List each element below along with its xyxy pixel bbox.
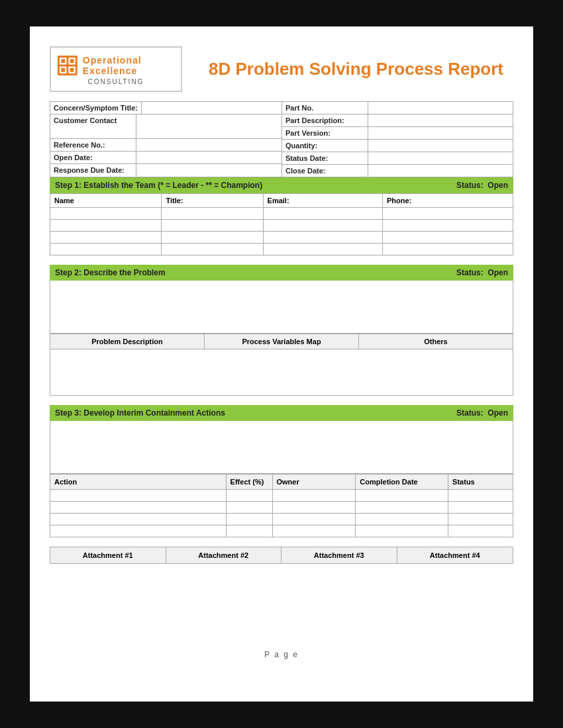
info-left: Concern/Symptom Title: Customer Contact … bbox=[50, 102, 282, 177]
info-row-partno: Part No. bbox=[282, 102, 513, 114]
attachment-1: Attachment #1 bbox=[50, 547, 166, 563]
step1-title: Step 1: Establish the Team (* = Leader -… bbox=[55, 181, 262, 190]
info-row-partdesc: Part Description: bbox=[282, 114, 513, 127]
info-row-partver: Part Version: bbox=[282, 127, 513, 140]
info-row-statusdate: Status Date: bbox=[282, 152, 513, 165]
partno-label: Part No. bbox=[282, 102, 368, 114]
team-table-header: Name Title: Email: Phone: bbox=[50, 194, 513, 208]
col-owner: Owner bbox=[272, 475, 356, 490]
step2-header: Step 2: Describe the Problem Status: Ope… bbox=[50, 265, 513, 281]
concern-label: Concern/Symptom Title: bbox=[50, 102, 142, 114]
svg-rect-7 bbox=[61, 68, 65, 72]
col-title: Title: bbox=[162, 194, 263, 208]
col-status: Status bbox=[448, 475, 513, 490]
step1-header: Step 1: Establish the Team (* = Leader -… bbox=[50, 177, 513, 193]
step3-header: Step 3: Develop Interim Containment Acti… bbox=[50, 405, 513, 421]
response-label: Response Due Date: bbox=[50, 164, 136, 176]
gap bbox=[50, 537, 513, 547]
action-table: Action Effect (%) Owner Completion Date … bbox=[50, 474, 513, 537]
step2-status: Status: Open bbox=[456, 268, 508, 277]
step2-tool-row: Problem Description Process Variables Ma… bbox=[50, 334, 513, 349]
svg-rect-8 bbox=[70, 68, 74, 72]
col-action: Action bbox=[50, 475, 227, 490]
attachment-2: Attachment #2 bbox=[166, 547, 282, 563]
table-row bbox=[50, 502, 513, 514]
partno-value bbox=[368, 102, 513, 114]
qty-value bbox=[368, 140, 513, 152]
col-name: Name bbox=[50, 194, 162, 208]
table-row bbox=[50, 514, 513, 525]
step2-attachments-area bbox=[50, 349, 513, 396]
attachment-row: Attachment #1 Attachment #2 Attachment #… bbox=[50, 547, 513, 564]
step2-section: Step 2: Describe the Problem Status: Ope… bbox=[50, 265, 513, 396]
partdesc-value bbox=[368, 114, 513, 126]
col-email: Email: bbox=[263, 194, 382, 208]
step3-content bbox=[50, 421, 513, 474]
partver-label: Part Version: bbox=[282, 127, 368, 139]
qty-label: Quantity: bbox=[282, 140, 368, 152]
table-row bbox=[50, 208, 513, 220]
table-row bbox=[50, 232, 513, 244]
response-value bbox=[136, 164, 282, 176]
open-label: Open Date: bbox=[50, 152, 136, 163]
report-title: 8D Problem Solving Process Report bbox=[209, 59, 503, 79]
ref-value bbox=[136, 139, 282, 151]
attachment-3: Attachment #3 bbox=[282, 547, 397, 563]
ref-label: Reference No.: bbox=[50, 139, 136, 151]
footer-text: P a g e bbox=[264, 650, 299, 659]
table-row bbox=[50, 220, 513, 232]
statusdate-value bbox=[368, 152, 513, 164]
concern-value bbox=[142, 102, 282, 114]
logo-consulting: CONSULTING bbox=[88, 78, 144, 85]
step3-title: Step 3: Develop Interim Containment Acti… bbox=[55, 408, 225, 418]
tool-problem-desc: Problem Description bbox=[50, 334, 205, 349]
info-row-customer: Customer Contact bbox=[50, 114, 282, 139]
page-container: Operational Excellence CONSULTING 8D Pro… bbox=[30, 26, 533, 702]
closedate-value bbox=[368, 165, 513, 177]
info-grid: Concern/Symptom Title: Customer Contact … bbox=[50, 101, 513, 177]
closedate-label: Close Date: bbox=[282, 165, 368, 177]
action-table-header: Action Effect (%) Owner Completion Date … bbox=[50, 475, 513, 490]
table-row bbox=[50, 490, 513, 502]
attachment-4: Attachment #4 bbox=[397, 547, 513, 563]
info-row-qty: Quantity: bbox=[282, 140, 513, 152]
step2-content bbox=[50, 281, 513, 334]
step3-section: Step 3: Develop Interim Containment Acti… bbox=[50, 405, 513, 564]
col-effect: Effect (%) bbox=[226, 475, 272, 490]
col-phone: Phone: bbox=[382, 194, 513, 208]
info-right: Part No. Part Description: Part Version:… bbox=[282, 102, 513, 177]
logo-company-name: Operational Excellence bbox=[83, 55, 174, 76]
info-row-closedate: Close Date: bbox=[282, 165, 513, 177]
tool-others: Others bbox=[359, 334, 513, 349]
table-row bbox=[50, 244, 513, 255]
info-row-ref: Reference No.: bbox=[50, 139, 282, 152]
statusdate-label: Status Date: bbox=[282, 152, 368, 164]
customer-label: Customer Contact bbox=[50, 114, 136, 138]
svg-rect-5 bbox=[61, 59, 65, 63]
customer-value bbox=[136, 114, 282, 138]
page-footer: P a g e bbox=[50, 650, 513, 659]
logo-icon bbox=[58, 53, 77, 78]
info-row-concern: Concern/Symptom Title: bbox=[50, 102, 282, 114]
info-row-response: Response Due Date: bbox=[50, 164, 282, 176]
info-row-open: Open Date: bbox=[50, 152, 282, 164]
table-row bbox=[50, 525, 513, 537]
logo-box: Operational Excellence CONSULTING bbox=[50, 46, 182, 92]
bottom-empty bbox=[50, 564, 513, 630]
tool-process-variables: Process Variables Map bbox=[205, 334, 359, 349]
partver-value bbox=[368, 127, 513, 139]
partdesc-label: Part Description: bbox=[282, 114, 368, 126]
step3-status: Status: Open bbox=[456, 408, 508, 418]
team-table: Name Title: Email: Phone: bbox=[50, 193, 513, 255]
page-header: Operational Excellence CONSULTING 8D Pro… bbox=[50, 46, 513, 92]
step2-title: Step 2: Describe the Problem bbox=[55, 268, 166, 277]
svg-rect-6 bbox=[70, 59, 74, 63]
col-completion: Completion Date bbox=[356, 475, 448, 490]
step1-status: Status: Open bbox=[456, 181, 508, 190]
open-value bbox=[136, 152, 282, 163]
